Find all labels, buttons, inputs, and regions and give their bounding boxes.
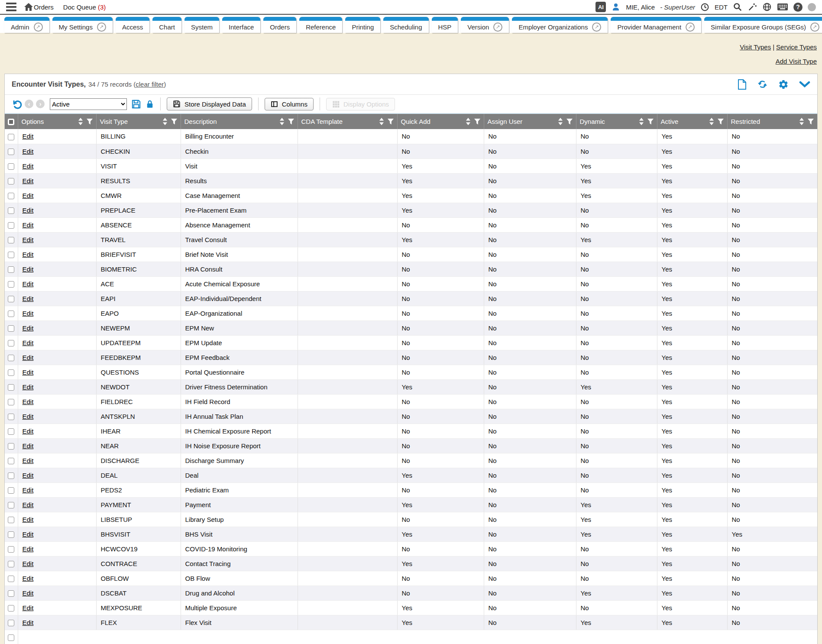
row-checkbox[interactable] [8, 399, 14, 405]
globe-icon[interactable] [762, 2, 772, 12]
edit-link[interactable]: Edit [23, 545, 34, 553]
edit-link[interactable]: Edit [23, 265, 34, 273]
edit-link[interactable]: Edit [23, 354, 34, 361]
row-checkbox[interactable] [8, 561, 14, 567]
filter-icon[interactable] [474, 119, 480, 125]
row-checkbox[interactable] [8, 163, 14, 170]
filter-icon[interactable] [87, 119, 93, 125]
row-checkbox[interactable] [8, 590, 14, 597]
edit-link[interactable]: Edit [23, 192, 34, 199]
visit-types-link[interactable]: Visit Types [740, 43, 771, 51]
edit-link[interactable]: Edit [23, 501, 34, 508]
row-checkbox[interactable] [8, 517, 14, 523]
sort-icon[interactable] [639, 118, 644, 125]
row-checkbox[interactable] [8, 502, 14, 508]
row-checkbox[interactable] [8, 472, 14, 479]
edit-link[interactable]: Edit [23, 251, 34, 258]
sort-icon[interactable] [709, 118, 714, 125]
gear-icon[interactable] [778, 79, 789, 90]
wand-icon[interactable] [748, 2, 757, 12]
edit-link[interactable]: Edit [23, 604, 34, 612]
edit-link[interactable]: Edit [23, 472, 34, 479]
filter-icon[interactable] [171, 119, 177, 125]
save-filter-icon[interactable] [131, 99, 141, 109]
row-checkbox[interactable] [8, 487, 14, 494]
row-checkbox[interactable] [8, 237, 14, 243]
row-checkbox[interactable] [8, 340, 14, 346]
columns-button[interactable]: Columns [265, 98, 314, 110]
sort-icon[interactable] [466, 118, 471, 125]
row-checkbox[interactable] [8, 443, 14, 450]
edit-link[interactable]: Edit [23, 295, 34, 302]
help-icon[interactable]: ? [793, 3, 803, 12]
edit-link[interactable]: Edit [23, 162, 34, 170]
clock-icon[interactable] [700, 3, 709, 12]
tab-my-settings[interactable]: My Settings ↗ [52, 17, 113, 33]
undo-icon[interactable] [11, 98, 22, 110]
next-page-button[interactable]: › [36, 100, 45, 108]
tab-employer-organizations[interactable]: Employer Organizations ↗ [512, 17, 608, 33]
search-icon[interactable] [733, 2, 742, 12]
edit-link[interactable]: Edit [23, 398, 34, 405]
tab-orders[interactable]: Orders [263, 17, 296, 33]
row-checkbox[interactable] [8, 134, 14, 140]
edit-link[interactable]: Edit [23, 457, 34, 464]
edit-link[interactable]: Edit [23, 310, 34, 317]
filter-icon[interactable] [647, 119, 654, 125]
row-checkbox[interactable] [8, 281, 14, 288]
filter-icon[interactable] [808, 119, 814, 125]
edit-link[interactable]: Edit [23, 177, 34, 184]
row-checkbox[interactable] [8, 576, 14, 582]
row-checkbox[interactable] [8, 178, 14, 184]
lock-icon[interactable] [146, 99, 154, 109]
edit-link[interactable]: Edit [23, 560, 34, 567]
tab-chart[interactable]: Chart [152, 17, 181, 33]
sort-icon[interactable] [799, 118, 804, 125]
row-checkbox[interactable] [8, 266, 14, 273]
sort-icon[interactable] [279, 118, 285, 125]
tab-version[interactable]: Version ↗ [461, 17, 509, 33]
row-checkbox[interactable] [8, 605, 14, 612]
filter-icon[interactable] [288, 119, 294, 125]
sort-icon[interactable] [78, 118, 83, 125]
edit-link[interactable]: Edit [23, 148, 34, 155]
edit-link[interactable]: Edit [23, 383, 34, 391]
sort-icon[interactable] [162, 118, 168, 125]
tab-reference[interactable]: Reference [299, 17, 342, 33]
edit-link[interactable]: Edit [23, 589, 34, 597]
ai-badge[interactable]: AI [595, 2, 606, 12]
filter-icon[interactable] [718, 119, 724, 125]
add-visit-type-link[interactable]: Add Visit Type [776, 58, 817, 65]
tab-printing[interactable]: Printing [345, 17, 380, 33]
clear-filter-link[interactable]: clear filter [136, 81, 164, 88]
edit-link[interactable]: Edit [23, 207, 34, 214]
row-checkbox[interactable] [8, 546, 14, 553]
edit-link[interactable]: Edit [23, 280, 34, 288]
row-checkbox[interactable] [8, 311, 14, 317]
row-checkbox[interactable] [8, 193, 14, 199]
edit-link[interactable]: Edit [23, 427, 34, 435]
edit-link[interactable]: Edit [23, 339, 34, 346]
keyboard-icon[interactable] [777, 3, 788, 11]
row-checkbox[interactable] [8, 531, 14, 538]
menu-item-orders[interactable]: Orders [34, 3, 54, 11]
filter-icon[interactable] [388, 119, 394, 125]
menu-item-doc-queue[interactable]: Doc Queue (3) [63, 3, 106, 11]
row-checkbox[interactable] [8, 355, 14, 361]
status-filter-select[interactable]: Active [50, 98, 127, 110]
edit-link[interactable]: Edit [23, 221, 34, 229]
row-checkbox[interactable] [8, 414, 14, 420]
edit-link[interactable]: Edit [23, 133, 34, 140]
row-checkbox[interactable] [8, 428, 14, 435]
store-displayed-data-button[interactable]: Store Displayed Data [167, 97, 252, 110]
tab-scheduling[interactable]: Scheduling [383, 17, 428, 33]
edit-link[interactable]: Edit [23, 531, 34, 538]
edit-link[interactable]: Edit [23, 369, 34, 376]
row-checkbox[interactable] [8, 252, 14, 258]
row-checkbox[interactable] [8, 458, 14, 464]
tab-access[interactable]: Access [116, 17, 149, 33]
edit-link[interactable]: Edit [23, 442, 34, 450]
refresh-icon[interactable] [757, 79, 768, 90]
row-checkbox[interactable] [8, 207, 14, 214]
row-checkbox[interactable] [8, 296, 14, 302]
